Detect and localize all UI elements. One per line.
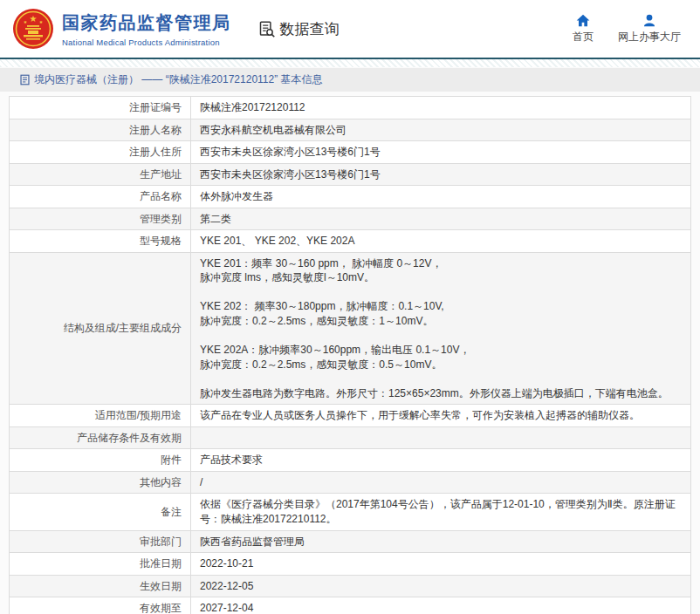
header: ★ ★ ★ 国家药品监督管理局 National Medical Product…	[0, 0, 700, 59]
table-row: 审批部门陕西省药品监督管理局	[10, 530, 691, 553]
nav-home-label: 首页	[573, 30, 594, 44]
row-label: 产品名称	[10, 186, 191, 208]
row-value: 体外脉冲发生器	[191, 186, 691, 208]
row-value: 陕西省药品监督管理局	[191, 530, 691, 553]
row-label: 型号规格	[10, 230, 191, 253]
table-row: 产品储存条件及有效期	[10, 426, 691, 449]
row-value: 依据《医疗器械分类目录》（2017年第104号公告），该产品属于12-01-10…	[191, 494, 691, 530]
table-row: 附件产品技术要求	[10, 449, 691, 472]
table-row: 产品名称体外脉冲发生器	[10, 186, 691, 208]
table-row: 管理类别第二类	[10, 208, 691, 230]
site-title: 国家药品监督管理局	[62, 11, 231, 35]
svg-text:★: ★	[30, 14, 38, 24]
row-label-text: 备注	[161, 506, 182, 518]
person-icon	[642, 14, 656, 27]
row-value: 西安市未央区徐家湾小区13号楼6门1号	[191, 141, 691, 164]
row-label-text: 注册证编号	[129, 101, 182, 113]
row-label-text: 适用范围/预期用途	[95, 409, 182, 421]
table-row: 型号规格YKE 201、 YKE 202、YKE 202A	[10, 230, 691, 253]
row-value: 西安永科航空机电器械有限公司	[191, 119, 691, 141]
top-nav: 首页 网上办事大厅	[573, 14, 681, 44]
row-label-text: 生产地址	[140, 168, 182, 181]
row-value: 陕械注准20172120112	[191, 97, 691, 119]
row-label: 其他内容	[10, 471, 191, 494]
table-row: 注册证编号陕械注准20172120112	[10, 97, 691, 119]
brand-text: 国家药品监督管理局 National Medical Products Admi…	[62, 11, 231, 47]
row-label: 生产地址	[10, 163, 191, 186]
row-label: 有效期至	[10, 597, 191, 614]
table-row: 有效期至2027-12-04	[10, 597, 691, 614]
row-label-text: 有效期至	[140, 602, 182, 614]
row-label-text: 结构及组成/主要组成成分	[64, 322, 182, 334]
table-row: 注册人名称西安永科航空机电器械有限公司	[10, 119, 691, 141]
breadcrumb: 境内医疗器械（注册） —— “陕械注准20172120112” 基本信息	[0, 68, 700, 92]
row-label-text: 管理类别	[140, 213, 182, 225]
row-value: 2022-10-21	[191, 553, 691, 576]
row-value: /	[191, 471, 691, 494]
nav-home[interactable]: 首页	[573, 14, 594, 44]
table-row: 生效日期2022-12-05	[10, 575, 691, 597]
row-value: YKE 201、 YKE 202、YKE 202A	[191, 230, 691, 253]
row-value	[191, 426, 691, 449]
svg-text:★: ★	[24, 19, 28, 24]
brand: ★ ★ ★ 国家药品监督管理局 National Medical Product…	[12, 8, 231, 50]
decorative-hatch-strip	[0, 59, 700, 67]
breadcrumb-text: 境内医疗器械（注册） —— “陕械注准20172120112” 基本信息	[34, 72, 323, 87]
nav-online-hall-label: 网上办事大厅	[618, 30, 681, 44]
svg-text:★: ★	[39, 19, 44, 24]
row-value: 产品技术要求	[191, 449, 691, 472]
row-label: 附件	[10, 449, 191, 472]
table-row: 批准日期2022-10-21	[10, 553, 691, 576]
data-query-label: 数据查询	[280, 19, 340, 39]
row-label: 结构及组成/主要组成成分	[10, 252, 191, 404]
row-label-text: 产品名称	[140, 190, 182, 202]
row-label: 批准日期	[10, 553, 191, 576]
row-value: 该产品在专业人员或医务人员操作下，用于缓解心率失常，可作为安装植入起搏器的辅助仪…	[191, 405, 691, 427]
data-query-button[interactable]: 数据查询	[257, 19, 340, 39]
row-label: 管理类别	[10, 208, 191, 230]
national-emblem-logo: ★ ★ ★	[12, 8, 54, 50]
row-label-text: 审批部门	[140, 536, 182, 548]
row-label: 生效日期	[10, 575, 191, 597]
row-label-text: 生效日期	[140, 580, 182, 592]
row-label-text: 批准日期	[140, 557, 182, 570]
home-icon	[576, 14, 590, 27]
row-label-text: 注册人名称	[129, 124, 182, 136]
info-table-body: 注册证编号陕械注准20172120112注册人名称西安永科航空机电器械有限公司注…	[10, 97, 691, 614]
row-value: 2027-12-04	[191, 597, 691, 614]
row-label-text: 型号规格	[140, 235, 182, 247]
row-label: 备注	[10, 494, 191, 530]
row-label: 注册人名称	[10, 119, 191, 141]
row-value: 西安市未央区徐家湾小区13号楼6门1号	[191, 163, 691, 186]
table-row: 注册人住所西安市未央区徐家湾小区13号楼6门1号	[10, 141, 691, 164]
document-icon	[19, 74, 31, 85]
main-content: 注册证编号陕械注准20172120112注册人名称西安永科航空机电器械有限公司注…	[0, 92, 700, 614]
row-label-text: 产品储存条件及有效期	[77, 432, 182, 444]
site-subtitle: National Medical Products Administration	[62, 38, 231, 47]
row-value: 2022-12-05	[191, 575, 691, 597]
row-label-text: 附件	[161, 454, 182, 466]
row-label: 产品储存条件及有效期	[10, 426, 191, 449]
row-label: 注册人住所	[10, 141, 191, 164]
row-label-text: 注册人住所	[129, 146, 182, 158]
table-row: 其他内容/	[10, 471, 691, 494]
row-label: 适用范围/预期用途	[10, 405, 191, 427]
table-row: 生产地址西安市未央区徐家湾小区13号楼6门1号	[10, 163, 691, 186]
registration-info-table: 注册证编号陕械注准20172120112注册人名称西安永科航空机电器械有限公司注…	[9, 96, 691, 614]
nav-online-hall[interactable]: 网上办事大厅	[618, 14, 681, 44]
table-row: 适用范围/预期用途该产品在专业人员或医务人员操作下，用于缓解心率失常，可作为安装…	[10, 405, 691, 427]
table-row: 备注依据《医疗器械分类目录》（2017年第104号公告），该产品属于12-01-…	[10, 494, 691, 530]
table-row: 结构及组成/主要组成成分YKE 201：频率 30～160 ppm， 脉冲幅度 …	[10, 252, 691, 404]
row-value: 第二类	[191, 208, 691, 230]
row-value: YKE 201：频率 30～160 ppm， 脉冲幅度 0～12V， 脉冲宽度 …	[191, 252, 691, 404]
document-search-icon	[257, 20, 276, 38]
row-label: 审批部门	[10, 530, 191, 553]
row-label: 注册证编号	[10, 97, 191, 119]
row-label-text: 其他内容	[140, 476, 182, 488]
